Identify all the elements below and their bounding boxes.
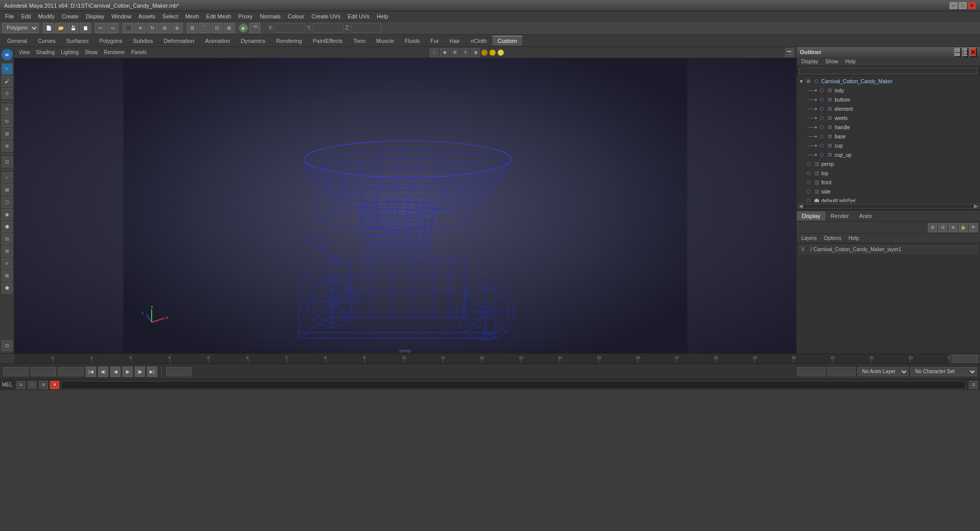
move-btn[interactable]: ✛ [2,104,13,115]
vp-light-btn[interactable]: ☀ [460,48,470,57]
tab-general[interactable]: General [2,36,32,45]
cb-icon-4[interactable]: 🔒 [959,223,968,232]
expand-icon[interactable]: ▼ [799,79,804,84]
menu-modify[interactable]: Modify [35,12,58,20]
outliner-minimize-btn[interactable]: ─ [954,47,961,57]
play-speed-input[interactable]: 1 [58,367,84,376]
tab-toon[interactable]: Toon [348,36,371,45]
bridge-btn[interactable]: ⊠ [2,270,13,281]
maximize-button[interactable]: □ [959,2,967,9]
outliner-item-lightset[interactable]: ⬡ ⬤ defaultLightSet [798,196,979,202]
mel-script-btn-1[interactable]: S [16,381,26,389]
play-start-input[interactable]: 1 [31,367,56,376]
universal-manip-btn[interactable]: ⊕ [172,23,183,33]
menu-edit-mesh[interactable]: Edit Mesh [203,12,234,20]
x-input[interactable] [275,23,305,33]
outliner-item-top[interactable]: ⬡ ◫ top [798,168,979,178]
next-frame-btn[interactable]: |▶ [135,367,145,377]
go-start-btn[interactable]: |◀ [86,367,96,377]
outliner-menu-show[interactable]: Show [823,58,841,65]
outliner-item-cup[interactable]: ──● ⬡ ⊡ cup [798,141,979,150]
start-frame-input[interactable]: 1.00 [3,367,29,376]
select-mode-btn[interactable]: ↖ [2,63,13,75]
paint-weights-btn[interactable]: ⬡ [2,197,13,208]
character-set-select[interactable]: No Character Set [911,367,977,376]
vp-menu-lighting[interactable]: Lighting [58,49,81,56]
menu-help[interactable]: Help [374,12,391,20]
mel-script-btn-3[interactable]: ⊟ [39,381,48,389]
ipr-render-btn[interactable]: 🎬 [249,23,260,33]
mel-script-btn-4[interactable]: ✕ [50,381,59,389]
tab-fur[interactable]: Fur [425,36,444,45]
start-time-input[interactable]: 1.00 [797,367,825,376]
snap-point-btn[interactable]: ⊡ [211,23,223,33]
outliner-scrollbar[interactable] [803,205,974,208]
vp-camera-btn[interactable]: 📷 [785,48,794,57]
menu-mesh[interactable]: Mesh [182,12,202,20]
tab-rendering[interactable]: Rendering [271,36,307,45]
outliner-item-base[interactable]: ──● ⬡ ⊡ base [798,132,979,141]
vp-menu-shading[interactable]: Shading [34,49,58,56]
lasso-select-btn[interactable]: ⊙ [2,88,13,99]
vp-menu-panels[interactable]: Panels [129,49,150,56]
outliner-scroll-left[interactable]: ◀ [799,203,803,209]
universal-btn[interactable]: ⊕ [2,140,13,152]
menu-file[interactable]: File [2,12,17,20]
viewport-3d[interactable]: X Y Z persp [14,58,796,353]
outliner-scroll-right[interactable]: ▶ [974,203,978,209]
menu-edit[interactable]: Edit [18,12,34,20]
cb-icon-5[interactable]: 👁 [969,223,978,232]
quick-select-btn[interactable]: ⊡ [2,340,13,351]
menu-colour[interactable]: Colour [285,12,307,20]
vp-textured-btn[interactable]: ⊞ [450,48,459,57]
outliner-item-indy[interactable]: ──● ⬡ ⊡ indy [798,86,979,95]
cb-menu-help[interactable]: Help [846,235,862,242]
tab-muscle[interactable]: Muscle [371,36,399,45]
outliner-item-side[interactable]: ⬡ ◫ side [798,187,979,196]
cb-icon-2[interactable]: ⊟ [938,223,947,232]
scale-tool-btn[interactable]: ⊞ [159,23,170,33]
vp-menu-show[interactable]: Show [82,49,100,56]
outliner-item-cup-up[interactable]: ──● ⬡ ⊡ cup_up [798,150,979,159]
offset-edge-btn[interactable]: ⊞ [2,246,13,257]
append-polygon-btn[interactable]: ⬟ [2,282,13,294]
slide-edge-btn[interactable]: ≡ [2,258,13,269]
tab-dynamics[interactable]: Dynamics [236,36,271,45]
cb-icon-3[interactable]: ⊕ [948,223,958,232]
vp-wireframe-btn[interactable]: □ [430,48,439,57]
outliner-item-buttom[interactable]: ──● ⬡ ⊡ buttom [798,95,979,104]
split-polygon-btn[interactable]: ⊟ [2,233,13,245]
menu-select[interactable]: Select [159,12,181,20]
tab-animation[interactable]: Animation [200,36,235,45]
menu-proxy[interactable]: Proxy [235,12,256,20]
end-time-input[interactable]: 48.00 [827,367,855,376]
menu-window[interactable]: Window [108,12,134,20]
create-polygon-btn[interactable]: ⬢ [2,221,13,232]
end-frame-input[interactable]: 24 [166,367,191,376]
tab-custom[interactable]: Custom [493,36,522,45]
rotate-btn[interactable]: ↻ [2,116,13,127]
mel-command-input[interactable] [61,381,966,389]
play-back-btn[interactable]: ◀ [110,367,120,377]
polygon-mode-select[interactable]: Polygons [2,23,39,33]
cb-tab-display[interactable]: Display [797,211,825,221]
show-manip-btn[interactable]: ⊡ [2,156,13,167]
vp-shadow-btn[interactable]: ◑ [471,48,480,57]
tab-curves[interactable]: Curves [33,36,61,45]
go-end-btn[interactable]: ▶| [147,367,157,377]
cb-menu-options[interactable]: Options [821,235,844,242]
mel-right-btn-1[interactable]: ⊡ [969,381,978,389]
render-btn[interactable]: ▶ [239,23,248,33]
outliner-item-element[interactable]: ──● ⬡ ⊡ element [798,104,979,113]
mel-script-btn-2[interactable]: □ [28,381,37,389]
save-file-btn[interactable]: 💾 [67,23,79,33]
outliner-item-persp[interactable]: ⬡ ◫ persp [798,159,979,168]
paint-select-btn[interactable]: 🖌 [2,76,13,87]
outliner-menu-help[interactable]: Help [843,58,859,65]
current-frame-input[interactable]: 1.00 [952,355,977,363]
insert-edge-btn[interactable]: ⊠ [2,184,13,196]
menu-normals[interactable]: Normals [257,12,284,20]
tab-painteffects[interactable]: PaintEffects [308,36,348,45]
snap-surface-btn[interactable]: ⊠ [224,23,235,33]
menu-display[interactable]: Display [83,12,107,20]
